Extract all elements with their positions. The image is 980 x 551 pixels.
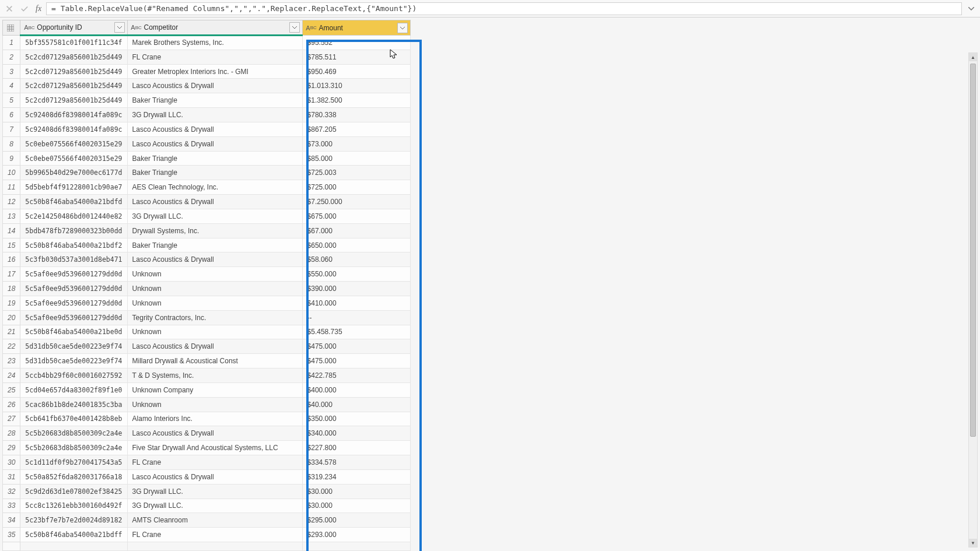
table-row[interactable]: 325c9d2d63d1e078002ef384253G Drywall LLC… bbox=[3, 484, 411, 499]
table-row[interactable]: 305c1d11df0f9b2700417543a5FL Crane$334.5… bbox=[3, 455, 411, 470]
filter-dropdown-icon[interactable] bbox=[289, 22, 300, 33]
cell-amount[interactable]: $725.000 bbox=[302, 180, 410, 195]
row-index[interactable]: 1 bbox=[3, 36, 20, 50]
cell-competitor[interactable]: Lasco Acoustics & Drywall bbox=[127, 252, 302, 267]
table-row[interactable]: 155c50b8f46aba54000a21bdf2Baker Triangle… bbox=[3, 238, 411, 252]
cell-opportunity-id[interactable]: 5c50b8f46aba54000a21be0d bbox=[20, 325, 127, 339]
cell-opportunity-id[interactable]: 5c5af0ee9d5396001279dd0d bbox=[20, 282, 127, 296]
cell-opportunity-id[interactable]: 5b9965b40d29e7000ec6177d bbox=[20, 166, 127, 180]
cell-competitor[interactable]: 3G Drywall LLC. bbox=[127, 209, 302, 223]
cell-amount[interactable]: $1.382.500 bbox=[302, 93, 410, 108]
table-row[interactable]: 45c2cd07129a856001b25d449Lasco Acoustics… bbox=[3, 79, 411, 93]
table-row[interactable]: 235d31db50cae5de00223e9f74Millard Drywal… bbox=[3, 354, 411, 368]
table-row[interactable]: 125c50b8f46aba54000a21bdfdLasco Acoustic… bbox=[3, 195, 411, 209]
row-index[interactable]: 9 bbox=[3, 151, 20, 166]
cell-amount[interactable]: $400.000 bbox=[302, 382, 410, 397]
cell-competitor[interactable]: Unknown bbox=[127, 282, 302, 296]
cell-opportunity-id[interactable]: 5c0ebe075566f40020315e29 bbox=[20, 136, 127, 151]
table-row[interactable]: 295c5b20683d8b8500309c2a4eFive Star Dryw… bbox=[3, 441, 411, 455]
filter-dropdown-icon[interactable] bbox=[114, 22, 125, 33]
row-index[interactable]: 6 bbox=[3, 108, 20, 122]
row-index[interactable]: 19 bbox=[3, 296, 20, 310]
cell-opportunity-id[interactable]: 5d31db50cae5de00223e9f74 bbox=[20, 354, 127, 368]
cell-competitor[interactable]: Unknown bbox=[127, 267, 302, 282]
row-index[interactable]: 3 bbox=[3, 64, 20, 79]
row-index[interactable]: 12 bbox=[3, 195, 20, 209]
row-index[interactable]: 20 bbox=[3, 310, 20, 325]
cell-amount[interactable]: $30.000 bbox=[302, 484, 410, 499]
cell-opportunity-id[interactable]: 5c9d2d63d1e078002ef38425 bbox=[20, 484, 127, 499]
cell-competitor[interactable]: Lasco Acoustics & Drywall bbox=[127, 136, 302, 151]
cell-amount[interactable]: $785.511 bbox=[302, 50, 410, 64]
cell-competitor[interactable]: Alamo Interiors Inc. bbox=[127, 412, 302, 426]
cell-opportunity-id[interactable]: 5c2cd07129a856001b25d449 bbox=[20, 93, 127, 108]
row-index[interactable]: 33 bbox=[3, 499, 20, 513]
cell-competitor[interactable]: Baker Triangle bbox=[127, 166, 302, 180]
cell-competitor[interactable]: Unknown bbox=[127, 296, 302, 310]
cell-amount[interactable]: $95.552 bbox=[302, 36, 410, 50]
row-index[interactable]: 14 bbox=[3, 223, 20, 238]
cell-amount[interactable]: $422.785 bbox=[302, 368, 410, 383]
row-index[interactable]: 11 bbox=[3, 180, 20, 195]
table-row[interactable]: 285c5b20683d8b8500309c2a4eLasco Acoustic… bbox=[3, 426, 411, 441]
cell-competitor[interactable]: Tegrity Contractors, Inc. bbox=[127, 310, 302, 325]
row-index[interactable]: 5 bbox=[3, 93, 20, 108]
cell-amount[interactable]: $475.000 bbox=[302, 354, 410, 368]
cell-opportunity-id[interactable]: 5c50b8f46aba54000a21bdff bbox=[20, 528, 127, 542]
cell-opportunity-id[interactable]: 5cac86b1b8de24001835c3ba bbox=[20, 397, 127, 412]
cell-competitor[interactable]: Lasco Acoustics & Drywall bbox=[127, 469, 302, 484]
cell-competitor[interactable]: 3G Drywall LLC. bbox=[127, 499, 302, 513]
cell-opportunity-id[interactable]: 5c5b20683d8b8500309c2a4e bbox=[20, 441, 127, 455]
accept-formula-button[interactable] bbox=[18, 2, 31, 15]
cell-opportunity-id[interactable]: 5c50a852f6da820031766a18 bbox=[20, 469, 127, 484]
cell-competitor[interactable]: T & D Systems, Inc. bbox=[127, 368, 302, 383]
cell-opportunity-id[interactable]: 5c5b20683d8b8500309c2a4e bbox=[20, 426, 127, 441]
cell-amount[interactable]: $650.000 bbox=[302, 238, 410, 252]
cell-opportunity-id[interactable]: 5c2e14250486bd0012440e82 bbox=[20, 209, 127, 223]
row-index[interactable]: 30 bbox=[3, 455, 20, 470]
column-header-amount[interactable]: ABC Amount bbox=[302, 20, 410, 36]
table-corner[interactable] bbox=[3, 20, 20, 36]
table-row[interactable]: 165c3fb030d537a3001d8eb471Lasco Acoustic… bbox=[3, 252, 411, 267]
cell-opportunity-id[interactable]: 5c5af0ee9d5396001279dd0d bbox=[20, 267, 127, 282]
cell-opportunity-id[interactable]: 5c2cd07129a856001b25d449 bbox=[20, 79, 127, 93]
cell-amount[interactable]: $295.000 bbox=[302, 513, 410, 528]
row-index[interactable]: 4 bbox=[3, 79, 20, 93]
cell-opportunity-id[interactable]: 5c1d11df0f9b2700417543a5 bbox=[20, 455, 127, 470]
cell-opportunity-id[interactable] bbox=[20, 542, 127, 550]
table-row[interactable]: 85c0ebe075566f40020315e29Lasco Acoustics… bbox=[3, 136, 411, 151]
row-index[interactable]: 23 bbox=[3, 354, 20, 368]
cell-competitor[interactable]: Greater Metroplex Interiors Inc. - GMI bbox=[127, 64, 302, 79]
cell-competitor[interactable]: Lasco Acoustics & Drywall bbox=[127, 195, 302, 209]
cell-competitor[interactable]: Lasco Acoustics & Drywall bbox=[127, 122, 302, 136]
row-index[interactable]: 31 bbox=[3, 469, 20, 484]
cell-competitor[interactable]: Baker Triangle bbox=[127, 238, 302, 252]
cell-amount[interactable]: $725.003 bbox=[302, 166, 410, 180]
table-row[interactable]: 245ccb4bb29f60c00016027592T & D Systems,… bbox=[3, 368, 411, 383]
row-index[interactable]: 15 bbox=[3, 238, 20, 252]
cell-amount[interactable] bbox=[302, 542, 410, 550]
table-row[interactable]: 175c5af0ee9d5396001279dd0dUnknown$550.00… bbox=[3, 267, 411, 282]
scroll-up-button[interactable]: ▲ bbox=[969, 53, 977, 61]
cell-amount[interactable]: $5.458.735 bbox=[302, 325, 410, 339]
table-row[interactable]: 75c92408d6f83980014fa089cLasco Acoustics… bbox=[3, 122, 411, 136]
cell-opportunity-id[interactable]: 5c5af0ee9d5396001279dd0d bbox=[20, 310, 127, 325]
cell-opportunity-id[interactable]: 5c5af0ee9d5396001279dd0d bbox=[20, 296, 127, 310]
column-header-competitor[interactable]: ABC Competitor bbox=[127, 20, 302, 36]
cell-amount[interactable]: $475.000 bbox=[302, 339, 410, 354]
table-row[interactable]: 15bf3557581c01f001f11c34fMarek Brothers … bbox=[3, 36, 411, 50]
cell-amount[interactable]: -- bbox=[302, 310, 410, 325]
cell-amount[interactable]: $867.205 bbox=[302, 122, 410, 136]
cell-competitor[interactable]: Unknown bbox=[127, 325, 302, 339]
table-row[interactable]: 265cac86b1b8de24001835c3baUnknown$40.000 bbox=[3, 397, 411, 412]
cell-competitor[interactable]: Unknown Company bbox=[127, 382, 302, 397]
cell-amount[interactable]: $1.013.310 bbox=[302, 79, 410, 93]
scroll-thumb[interactable] bbox=[970, 64, 976, 437]
cancel-formula-button[interactable] bbox=[3, 2, 16, 15]
cell-competitor[interactable] bbox=[127, 542, 302, 550]
row-index[interactable]: 18 bbox=[3, 282, 20, 296]
cell-opportunity-id[interactable]: 5c23bf7e7b7e2d0024d89182 bbox=[20, 513, 127, 528]
cell-opportunity-id[interactable]: 5c2cd07129a856001b25d449 bbox=[20, 64, 127, 79]
table-row[interactable]: 55c2cd07129a856001b25d449Baker Triangle$… bbox=[3, 93, 411, 108]
table-row[interactable]: 195c5af0ee9d5396001279dd0dUnknown$410.00… bbox=[3, 296, 411, 310]
